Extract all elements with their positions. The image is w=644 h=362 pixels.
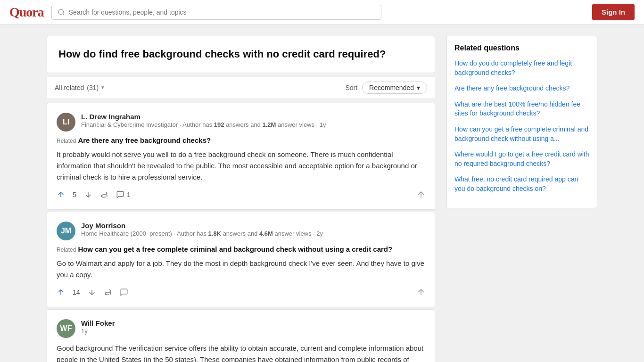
downvote-icon xyxy=(84,190,92,199)
reshare-icon xyxy=(104,288,112,296)
vote-count: 5 xyxy=(73,191,76,198)
search-icon xyxy=(58,8,65,16)
avatar: WF xyxy=(57,319,75,338)
author-info: Will Foker1y xyxy=(81,319,425,336)
question-title: How do find free background checks with … xyxy=(58,48,423,61)
related-q-link[interactable]: How do you do completely free and legit … xyxy=(454,59,572,76)
author-meta: 1y xyxy=(81,327,425,336)
related-q-item: How do you do completely free and legit … xyxy=(454,59,589,77)
related-q-link[interactable]: What are the best 100% free/no hidden fe… xyxy=(454,100,580,117)
answers-container: LIL. Drew IngrahamFinancial & Cybercrime… xyxy=(47,103,435,362)
reshare-icon xyxy=(100,190,108,199)
action-bar: 14 xyxy=(57,287,425,297)
upvote-icon xyxy=(57,190,65,199)
comment-button[interactable] xyxy=(120,287,128,297)
vote-count: 14 xyxy=(73,288,80,296)
answer-header: JMJoy MorrisonHome Healthcare (2000–pres… xyxy=(57,222,425,240)
share-button[interactable] xyxy=(417,287,425,297)
reshare-button[interactable] xyxy=(104,287,112,297)
question-card: How do find free background checks with … xyxy=(47,36,435,73)
sort-value: Recommended xyxy=(369,84,414,91)
related-label: Related xyxy=(57,247,76,253)
all-related-count: (31) xyxy=(87,84,99,91)
answer-header: LIL. Drew IngrahamFinancial & Cybercrime… xyxy=(57,113,425,132)
sort-label: Sort xyxy=(345,84,357,91)
author-name[interactable]: Joy Morrison xyxy=(81,222,425,230)
related-q-item: What free, no credit card required app c… xyxy=(454,175,589,193)
sort-chevron-icon: ▾ xyxy=(417,84,420,91)
svg-point-0 xyxy=(58,9,64,15)
author-meta: Financial & Cybercrime Investigator · Au… xyxy=(81,121,425,129)
header: Quora Sign In xyxy=(0,0,644,25)
all-related-label: All related xyxy=(55,84,84,91)
author-name[interactable]: L. Drew Ingraham xyxy=(81,113,425,121)
author-meta: Home Healthcare (2000–present) · Author … xyxy=(81,230,425,238)
answer-card: JMJoy MorrisonHome Healthcare (2000–pres… xyxy=(47,212,435,307)
upvote-button[interactable] xyxy=(57,189,65,200)
all-related-dropdown[interactable]: All related (31) ▾ xyxy=(55,84,104,91)
related-q-item: Where would I go to get a free credit ca… xyxy=(454,150,589,168)
sort-section: Sort Recommended ▾ xyxy=(345,82,427,94)
comment-icon xyxy=(116,190,124,199)
related-q-link[interactable]: Are there any free background checks? xyxy=(454,84,570,92)
upvote-icon xyxy=(57,288,65,296)
related-question[interactable]: How can you get a free complete criminal… xyxy=(78,245,392,253)
downvote-button[interactable] xyxy=(84,189,92,200)
related-question[interactable]: Are there any free background checks? xyxy=(78,136,211,144)
downvote-icon xyxy=(88,288,96,296)
author-info: L. Drew IngrahamFinancial & Cybercrime I… xyxy=(81,113,425,129)
author-info: Joy MorrisonHome Healthcare (2000–presen… xyxy=(81,222,425,238)
answer-text: Good background The verification service… xyxy=(57,343,425,362)
share-icon xyxy=(417,190,425,199)
related-q-link[interactable]: What free, no credit card required app c… xyxy=(454,175,578,192)
comment-button[interactable]: 1 xyxy=(116,189,131,200)
related-questions-card: Related questions How do you do complete… xyxy=(446,36,597,208)
reshare-button[interactable] xyxy=(100,189,108,200)
related-block: RelatedAre there any free background che… xyxy=(57,136,425,144)
chevron-down-icon: ▾ xyxy=(101,84,104,90)
share-button[interactable] xyxy=(417,189,425,200)
logo[interactable]: Quora xyxy=(9,5,44,20)
avatar: JM xyxy=(57,222,75,240)
answer-text: It probably would not serve you well to … xyxy=(57,149,425,183)
related-q-item: How can you get a free complete criminal… xyxy=(454,125,589,143)
header-right: Sign In xyxy=(592,4,635,20)
related-label: Related xyxy=(57,138,76,144)
answer-card: WFWill Foker1yGood background The verifi… xyxy=(47,309,435,362)
svg-line-1 xyxy=(63,14,64,15)
sort-dropdown[interactable]: Recommended ▾ xyxy=(362,82,427,94)
upvote-button[interactable] xyxy=(57,287,65,297)
sign-in-button[interactable]: Sign In xyxy=(592,4,635,20)
related-questions-title: Related questions xyxy=(454,44,589,52)
filter-bar: All related (31) ▾ Sort Recommended ▾ xyxy=(47,77,435,99)
main-layout: How do find free background checks with … xyxy=(39,25,605,362)
comment-icon xyxy=(120,288,128,296)
author-name[interactable]: Will Foker xyxy=(81,319,425,327)
related-q-link[interactable]: Where would I go to get a free credit ca… xyxy=(454,150,589,167)
sidebar: Related questions How do you do complete… xyxy=(446,36,597,362)
related-q-item: Are there any free background checks? xyxy=(454,84,589,93)
answer-header: WFWill Foker1y xyxy=(57,319,425,338)
answer-text: Go to Walmart and apply for a job. They … xyxy=(57,258,425,280)
related-q-item: What are the best 100% free/no hidden fe… xyxy=(454,100,589,118)
search-input[interactable] xyxy=(69,8,375,16)
share-icon xyxy=(417,288,425,296)
avatar: LI xyxy=(57,113,75,132)
answer-card: LIL. Drew IngrahamFinancial & Cybercrime… xyxy=(47,103,435,210)
related-block: RelatedHow can you get a free complete c… xyxy=(57,245,425,253)
action-bar: 51 xyxy=(57,189,425,200)
related-questions-list: How do you do completely free and legit … xyxy=(454,59,589,194)
comment-count: 1 xyxy=(127,191,131,198)
related-q-link[interactable]: How can you get a free complete criminal… xyxy=(454,125,588,142)
downvote-button[interactable] xyxy=(88,287,96,297)
search-bar[interactable] xyxy=(51,5,381,20)
content-area: How do find free background checks with … xyxy=(47,36,435,362)
